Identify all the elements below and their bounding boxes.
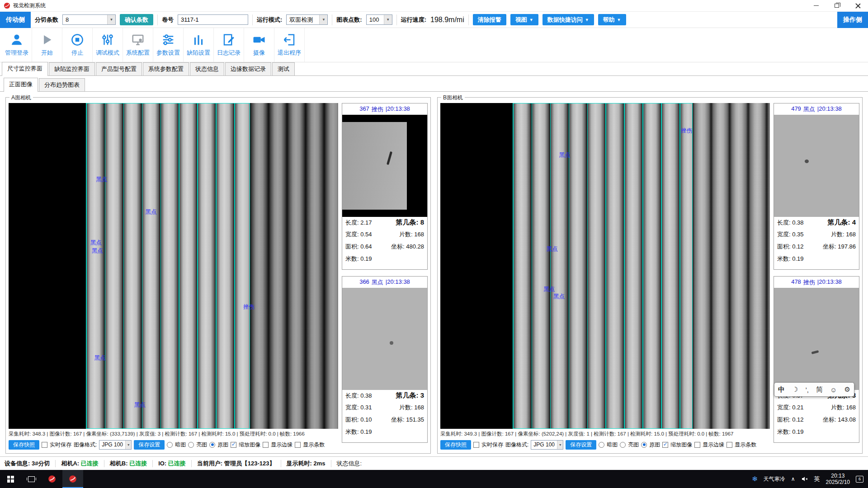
confirm-count-button[interactable]: 确认条数	[120, 14, 153, 25]
original-image-radio[interactable]	[641, 442, 647, 448]
tab-distribution-trend-chart[interactable]: 分布趋势图表	[39, 78, 85, 91]
dark-image-radio[interactable]	[599, 442, 604, 448]
save-settings-button[interactable]: 保存设置	[134, 440, 165, 450]
stop-icon	[71, 33, 84, 47]
dark-image-radio[interactable]	[167, 442, 173, 448]
chevron-down-icon: ▼	[557, 441, 563, 449]
start-button[interactable]: 开始	[32, 28, 62, 62]
tab-system-param-config[interactable]: 系统参数配置	[143, 62, 189, 75]
zoom-image-checkbox[interactable]	[662, 442, 668, 448]
tab-defect-monitor[interactable]: 缺陷监控界面	[49, 62, 95, 75]
camera-image-b[interactable]: 挫伤 黑点 黑点 黑点 黑点	[440, 103, 770, 429]
stop-button[interactable]: 停止	[62, 28, 93, 62]
tab-size-monitor[interactable]: 尺寸监控界面	[2, 62, 48, 76]
dark-image-label: 暗图	[175, 441, 186, 449]
save-snapshot-button[interactable]: 保存快照	[440, 440, 471, 450]
log-record-button[interactable]: 日志记录	[214, 28, 244, 62]
defect-thumbnail[interactable]	[774, 115, 859, 217]
zoom-image-checkbox[interactable]	[231, 442, 236, 448]
ime-chinese-mode[interactable]: 中	[778, 385, 785, 394]
camera-capture-button[interactable]: 摄像	[244, 28, 274, 62]
run-mode-select[interactable]: 双面检测 ▼	[286, 14, 328, 25]
volume-muted-icon[interactable]	[801, 475, 808, 483]
action-center-button[interactable]: 6	[856, 476, 863, 483]
show-edge-checkbox[interactable]	[694, 442, 700, 448]
realtime-save-checkbox[interactable]	[473, 442, 479, 448]
parameter-settings-button[interactable]: 参数设置	[153, 28, 184, 62]
vertical-sliders-icon	[101, 33, 114, 47]
defect-header[interactable]: 479 黑点 |20:13:38	[774, 103, 859, 115]
chevron-down-icon: ▼	[107, 15, 115, 24]
action-toolbar: 管理登录 开始 停止 调试模式 系统配置 参数设置 缺陷设置 日志记录	[0, 28, 868, 62]
camera-image-a[interactable]: 黑点 黑点 黑点 黑点 挫伤 黑点 黑点	[9, 103, 338, 429]
defect-thumbnail[interactable]	[342, 288, 427, 390]
taskbar-clock[interactable]: 20:13 2025/2/10	[826, 473, 850, 485]
hidden-icons-chevron[interactable]: ∧	[791, 476, 795, 482]
bright-image-radio[interactable]	[188, 442, 194, 448]
image-format-select[interactable]: JPG 100 ▼	[531, 440, 563, 450]
view-menu-button[interactable]: 视图▼	[510, 14, 538, 25]
save-settings-button[interactable]: 保存设置	[566, 440, 596, 450]
save-snapshot-button[interactable]: 保存快照	[9, 440, 39, 450]
defect-thumbnail[interactable]	[342, 115, 427, 217]
maximize-button[interactable]	[826, 0, 847, 11]
operate-side-button[interactable]: 操作侧	[837, 12, 868, 28]
data-quick-access-menu-button[interactable]: 数据快捷访问▼	[542, 14, 594, 25]
title-bar: 视觉检测系统	[0, 0, 868, 12]
exit-program-button[interactable]: 退出程序	[274, 28, 305, 62]
taskbar-app-1[interactable]	[42, 470, 62, 488]
bright-image-label: 亮图	[628, 441, 639, 449]
tab-edge-data-record[interactable]: 边缘数据记录	[225, 62, 271, 75]
panel-camera-a: A面相机 黑点 黑点 黑点 黑点 挫伤 黑点 黑点 采集耗	[5, 97, 431, 454]
tab-product-model-config[interactable]: 产品型号配置	[96, 62, 142, 75]
defect-settings-button[interactable]: 缺陷设置	[184, 28, 214, 62]
app-logo-icon	[4, 2, 10, 9]
show-edge-checkbox[interactable]	[263, 442, 269, 448]
app-logo-icon	[48, 475, 56, 483]
defect-header[interactable]: 366 黑点 |20:13:38	[342, 277, 427, 288]
gear-icon[interactable]: ⚙	[844, 385, 850, 394]
run-mode-label: 运行模式:	[257, 16, 282, 24]
defect-header[interactable]: 367 挫伤 |20:13:38	[342, 103, 427, 115]
defect-thumbnail[interactable]	[774, 288, 859, 390]
taskbar-app-2-active[interactable]	[62, 470, 83, 488]
task-view-button[interactable]	[21, 470, 42, 488]
realtime-save-checkbox[interactable]	[42, 442, 47, 448]
roll-number-input[interactable]	[178, 14, 248, 25]
status-message-label: 状态信息:	[337, 460, 362, 468]
show-count-checkbox[interactable]	[726, 442, 732, 448]
tab-test[interactable]: 测试	[272, 62, 295, 75]
admin-login-button[interactable]: 管理登录	[2, 28, 32, 62]
original-image-radio[interactable]	[209, 442, 215, 448]
chart-points-select[interactable]: 100 ▼	[366, 14, 392, 25]
tab-front-image[interactable]: 正面图像	[4, 78, 38, 92]
moon-icon[interactable]: ☽	[792, 385, 798, 394]
bars-icon	[192, 33, 205, 47]
defect-header[interactable]: 478 挫伤 |20:13:38	[774, 277, 859, 288]
tab-status-info[interactable]: 状态信息	[190, 62, 224, 75]
chevron-down-icon: ▼	[125, 441, 131, 449]
help-menu-button[interactable]: 帮助▼	[598, 14, 626, 25]
drive-side-button[interactable]: 传动侧	[0, 12, 31, 28]
ime-simplified[interactable]: 简	[816, 385, 823, 394]
windows-taskbar: ❄ 天气寒冷 ∧ 英 20:13 2025/2/10 6	[0, 470, 868, 488]
system-config-button[interactable]: 系统配置	[123, 28, 153, 62]
panel-a-title: A面相机	[9, 94, 33, 102]
weather-text[interactable]: 天气寒冷	[764, 475, 785, 483]
clear-alarm-button[interactable]: 清除报警	[473, 14, 506, 25]
start-button[interactable]	[0, 470, 21, 488]
minimize-button[interactable]	[806, 0, 826, 11]
debug-mode-button[interactable]: 调试模式	[93, 28, 123, 62]
slit-count-select[interactable]: 8 ▼	[62, 14, 116, 25]
punctuation-icon[interactable]: ’,	[806, 386, 809, 394]
current-user: 管理员【123-123】	[224, 460, 275, 467]
user-icon	[10, 33, 24, 47]
smiley-icon[interactable]: ☺	[830, 386, 837, 394]
image-format-select[interactable]: JPG 100 ▼	[99, 440, 132, 450]
bright-image-label: 亮图	[196, 441, 207, 449]
bright-image-radio[interactable]	[620, 442, 626, 448]
close-button[interactable]	[847, 0, 868, 11]
original-image-label: 原图	[649, 441, 660, 449]
input-language-indicator[interactable]: 英	[814, 475, 820, 483]
show-count-checkbox[interactable]	[295, 442, 301, 448]
